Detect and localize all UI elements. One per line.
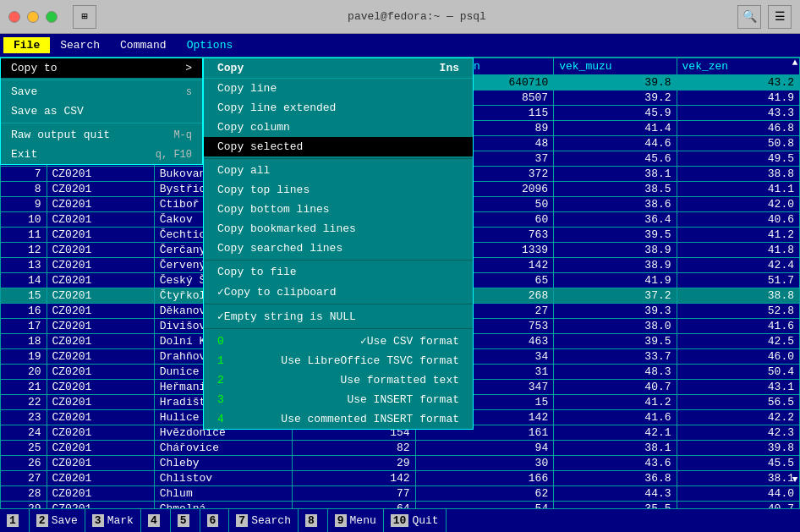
- scroll-down-icon[interactable]: ▼: [790, 474, 800, 485]
- copy-menu-libre-office-tsvc[interactable]: 1 Use LibreOffice TSVC format: [204, 351, 473, 370]
- copy-menu-formatted-text-num: 2: [217, 374, 224, 387]
- copy-menu-copy-searched-label: Copy searched lines: [217, 242, 342, 255]
- table-cell: Chmelná: [154, 502, 293, 509]
- statusbar-5[interactable]: 5: [171, 509, 200, 532]
- copy-menu-copy-line[interactable]: Copy line: [204, 79, 473, 98]
- scroll-up-icon[interactable]: ▲: [790, 58, 800, 68]
- table-cell: 50.4: [677, 365, 799, 380]
- table-cell: 41.6: [554, 410, 677, 425]
- table-cell: 37.2: [554, 288, 677, 304]
- table-cell: CZ0201: [47, 410, 154, 425]
- maximize-button[interactable]: [46, 11, 58, 23]
- table-cell: Chářovice: [154, 441, 293, 456]
- statusbar-3[interactable]: 3 Mark: [85, 509, 141, 532]
- col-header-vek-muzu: vek_muzu: [554, 58, 677, 75]
- file-menu-copy-to-label: Copy to: [11, 62, 58, 74]
- copy-menu-csv-format[interactable]: 0 ✓Use CSV format: [204, 331, 473, 351]
- copy-menu-copy-all[interactable]: Copy all: [204, 161, 473, 180]
- file-menu-save-csv[interactable]: Save as CSV: [1, 101, 202, 121]
- table-cell: 39.5: [554, 334, 677, 349]
- copy-menu-copy-to-file[interactable]: Copy to file: [204, 262, 473, 282]
- table-cell: 13: [1, 258, 47, 273]
- table-cell: 27: [1, 471, 47, 486]
- copy-menu-insert-format-num: 3: [217, 393, 224, 406]
- copy-menu-copy-bookmarked[interactable]: Copy bookmarked lines: [204, 219, 473, 239]
- table-cell: CZ0201: [47, 380, 154, 395]
- table-cell: 42.0: [677, 197, 799, 212]
- copy-menu-copy-to-clipboard[interactable]: ✓Copy to clipboard: [204, 282, 473, 302]
- file-menu-save[interactable]: Save s: [1, 82, 202, 101]
- table-cell: 54: [415, 502, 554, 509]
- table-cell: 18: [1, 334, 47, 349]
- table-cell: 62: [415, 486, 554, 502]
- copy-menu-copy-selected[interactable]: Copy selected: [204, 137, 473, 156]
- statusbar-4-num: 4: [148, 514, 160, 527]
- table-cell: CZ0201: [47, 304, 154, 319]
- file-menu-copy-to[interactable]: Copy to >: [1, 58, 202, 78]
- menu-icon[interactable]: ☰: [768, 5, 792, 29]
- copy-menu-formatted-text[interactable]: 2 Use formatted text: [204, 370, 473, 390]
- statusbar-10[interactable]: 10 Quit: [384, 509, 447, 532]
- titlebar: ⊞ pavel@fedora:~ — psql 🔍 ☰: [0, 0, 800, 34]
- table-row: 25CZ0201Chářovice829438.139.8: [1, 441, 800, 456]
- table-cell: 42.1: [554, 425, 677, 441]
- table-cell: CZ0201: [47, 365, 154, 380]
- copy-submenu-sep4: [204, 328, 473, 329]
- file-menu-raw-quit-shortcut: M-q: [173, 129, 192, 141]
- table-cell: 38.0: [554, 319, 677, 334]
- table-cell: 38.1: [677, 471, 799, 486]
- table-cell: 22: [1, 395, 47, 410]
- statusbar-6[interactable]: 6: [200, 509, 230, 532]
- menu-file[interactable]: File: [3, 37, 50, 53]
- table-cell: 43.3: [677, 106, 799, 121]
- table-cell: CZ0201: [47, 319, 154, 334]
- table-cell: 51.7: [677, 273, 799, 288]
- copy-menu-copy-top-lines[interactable]: Copy top lines: [204, 180, 473, 200]
- file-menu-raw-quit[interactable]: Raw output quit M-q: [1, 125, 202, 145]
- copy-menu-commented-insert[interactable]: 4 Use commented INSERT format: [204, 409, 473, 429]
- copy-menu-copy-all-label: Copy all: [217, 164, 270, 177]
- statusbar-3-label: Mark: [107, 514, 134, 527]
- statusbar: 1 2 Save 3 Mark 4 5 6 7 Search 8 9 Menu …: [0, 508, 800, 532]
- copy-menu-copy-line-extended[interactable]: Copy line extended: [204, 98, 473, 118]
- copy-menu-insert-format-label: Use INSERT format: [347, 393, 459, 406]
- table-cell: 7: [1, 167, 47, 182]
- window-title: pavel@fedora:~ — psql: [96, 10, 737, 23]
- statusbar-1[interactable]: 1: [0, 509, 30, 532]
- table-cell: 41.8: [677, 243, 799, 258]
- copy-menu-copy-bottom-lines[interactable]: Copy bottom lines: [204, 200, 473, 219]
- window-icons-right: 🔍 ☰: [737, 5, 792, 29]
- search-icon[interactable]: 🔍: [737, 5, 761, 29]
- copy-menu-empty-string-null[interactable]: ✓Empty string is NULL: [204, 306, 473, 326]
- table-cell: 49.5: [677, 151, 799, 167]
- file-menu-save-csv-label: Save as CSV: [11, 105, 84, 118]
- table-cell: 40.6: [677, 212, 799, 228]
- statusbar-4[interactable]: 4: [141, 509, 171, 532]
- table-cell: 30: [415, 456, 554, 471]
- window-icon-left[interactable]: ⊞: [73, 5, 96, 29]
- table-cell: 36.4: [554, 212, 677, 228]
- table-cell: 41.9: [554, 273, 677, 288]
- table-cell: CZ0201: [47, 471, 154, 486]
- copy-menu-copy-column[interactable]: Copy column: [204, 118, 473, 137]
- table-cell: 19: [1, 349, 47, 365]
- table-cell: 46.8: [677, 121, 799, 136]
- copy-menu-copy-bottom-lines-label: Copy bottom lines: [217, 203, 330, 216]
- minimize-button[interactable]: [27, 11, 39, 23]
- close-button[interactable]: [8, 11, 20, 23]
- table-cell: CZ0201: [47, 288, 154, 304]
- statusbar-7[interactable]: 7 Search: [229, 509, 299, 532]
- copy-menu-commented-insert-num: 4: [217, 413, 224, 425]
- menu-options[interactable]: Options: [177, 37, 244, 53]
- copy-menu-copy-top-lines-label: Copy top lines: [217, 184, 310, 196]
- statusbar-9[interactable]: 9 Menu: [328, 509, 384, 532]
- file-menu-exit[interactable]: Exit q, F10: [1, 145, 202, 164]
- statusbar-2[interactable]: 2 Save: [30, 509, 85, 532]
- statusbar-8[interactable]: 8: [299, 509, 328, 532]
- table-row: 29CZ0201Chmelná645435.540.7: [1, 502, 800, 509]
- copy-menu-copy-searched[interactable]: Copy searched lines: [204, 239, 473, 258]
- file-menu-sep1: [1, 80, 202, 80]
- menu-command[interactable]: Command: [110, 37, 177, 53]
- menu-search[interactable]: Search: [50, 37, 110, 53]
- copy-menu-insert-format[interactable]: 3 Use INSERT format: [204, 390, 473, 409]
